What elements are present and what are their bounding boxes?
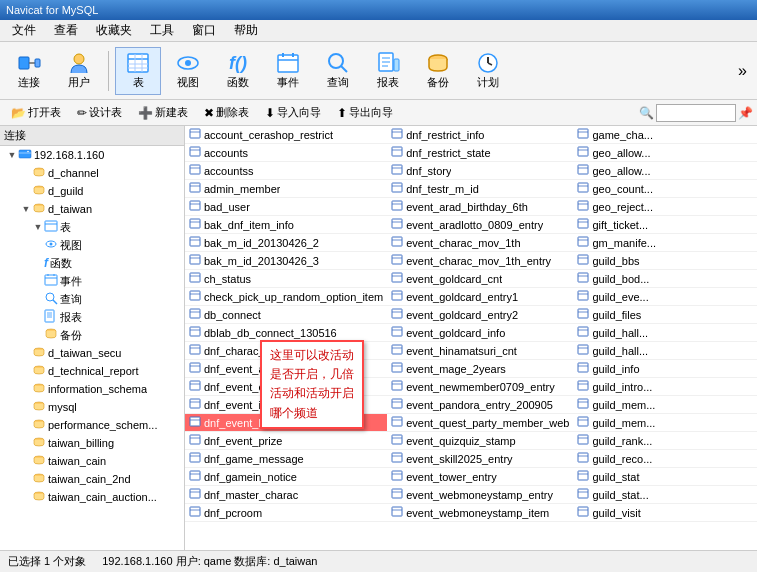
tree-item-d_taiwan_secu[interactable]: d_taiwan_secu xyxy=(0,344,184,362)
toolbar-more-btn[interactable]: » xyxy=(734,58,751,84)
menu-item-查看[interactable]: 查看 xyxy=(46,20,86,41)
table-item[interactable]: event_goldcard_info xyxy=(387,324,573,342)
table-item[interactable]: event_hinamatsuri_cnt xyxy=(387,342,573,360)
table-item[interactable]: guild_bbs xyxy=(573,252,757,270)
search-input[interactable] xyxy=(656,104,736,122)
table-item[interactable]: db_connect xyxy=(185,306,387,324)
tree-item-information_schema[interactable]: information_schema xyxy=(0,380,184,398)
table-item[interactable]: event_quest_party_member_web xyxy=(387,414,573,432)
toolbar-btn-table[interactable]: 表 xyxy=(115,47,161,95)
tree-expand-d_taiwan[interactable]: ▼ xyxy=(20,204,32,214)
tree-item-d_guild[interactable]: d_guild xyxy=(0,182,184,200)
tree-item-taiwan_cain_auction[interactable]: taiwan_cain_auction... xyxy=(0,488,184,506)
table-item[interactable]: bak_m_id_20130426_3 xyxy=(185,252,387,270)
table-item[interactable]: guild_hall... xyxy=(573,324,757,342)
table-item[interactable]: event_goldcard_cnt xyxy=(387,270,573,288)
table-item[interactable]: guild_bod... xyxy=(573,270,757,288)
tree-expand-server[interactable]: ▼ xyxy=(6,150,18,160)
toolbar-btn-function[interactable]: f()函数 xyxy=(215,47,261,95)
menu-item-收藏夹[interactable]: 收藏夹 xyxy=(88,20,140,41)
table-item[interactable]: guild_hall... xyxy=(573,342,757,360)
table-item[interactable]: event_newmember0709_entry xyxy=(387,378,573,396)
toolbar-btn-backup[interactable]: 备份 xyxy=(415,47,461,95)
table-item[interactable]: dnf_pcroom xyxy=(185,504,387,522)
action-btn-new-table[interactable]: ➕新建表 xyxy=(131,103,195,123)
tree-item-taiwan_billing[interactable]: taiwan_billing xyxy=(0,434,184,452)
table-item[interactable]: guild_eve... xyxy=(573,288,757,306)
table-item[interactable]: event_quizquiz_stamp xyxy=(387,432,573,450)
table-item[interactable]: accountss xyxy=(185,162,387,180)
table-item[interactable]: event_goldcard_entry1 xyxy=(387,288,573,306)
table-item[interactable]: event_webmoneystamp_entry xyxy=(387,486,573,504)
table-item[interactable]: guild_visit xyxy=(573,504,757,522)
tree-item-d_taiwan_query[interactable]: 查询 xyxy=(0,290,184,308)
table-item[interactable]: dnf_restrict_state xyxy=(387,144,573,162)
table-item[interactable]: dnf_gamein_notice xyxy=(185,468,387,486)
tree-item-performance_schema[interactable]: performance_schem... xyxy=(0,416,184,434)
tree-item-d_taiwan_func[interactable]: f函数 xyxy=(0,254,184,272)
table-item[interactable]: guild_rank... xyxy=(573,432,757,450)
action-btn-open-table[interactable]: 📂打开表 xyxy=(4,103,68,123)
table-item[interactable]: dnf_event_prize xyxy=(185,432,387,450)
tree-item-d_taiwan[interactable]: ▼d_taiwan xyxy=(0,200,184,218)
menu-item-工具[interactable]: 工具 xyxy=(142,20,182,41)
tree-item-taiwan_cain[interactable]: taiwan_cain xyxy=(0,452,184,470)
tree-item-mysql[interactable]: mysql xyxy=(0,398,184,416)
toolbar-btn-view[interactable]: 视图 xyxy=(165,47,211,95)
table-item[interactable]: gm_manife... xyxy=(573,234,757,252)
table-item[interactable]: bak_dnf_item_info xyxy=(185,216,387,234)
table-item[interactable]: event_skill2025_entry xyxy=(387,450,573,468)
table-item[interactable]: accounts xyxy=(185,144,387,162)
action-btn-delete-table[interactable]: ✖删除表 xyxy=(197,103,256,123)
tree-item-d_taiwan_backup[interactable]: 备份 xyxy=(0,326,184,344)
table-item[interactable]: event_aradlotto_0809_entry xyxy=(387,216,573,234)
table-item[interactable]: guild_info xyxy=(573,360,757,378)
table-item[interactable]: ch_status xyxy=(185,270,387,288)
menu-item-帮助[interactable]: 帮助 xyxy=(226,20,266,41)
table-item[interactable]: admin_member xyxy=(185,180,387,198)
table-item[interactable]: dnf_restrict_info xyxy=(387,126,573,144)
table-item[interactable]: game_cha... xyxy=(573,126,757,144)
table-item[interactable]: bad_user xyxy=(185,198,387,216)
table-item[interactable]: gift_ticket... xyxy=(573,216,757,234)
tree-item-d_taiwan_table[interactable]: ▼表 xyxy=(0,218,184,236)
tree-item-d_taiwan_view[interactable]: 视图 xyxy=(0,236,184,254)
table-item[interactable]: event_mage_2years xyxy=(387,360,573,378)
table-item[interactable]: dnf_game_message xyxy=(185,450,387,468)
table-item[interactable]: guild_files xyxy=(573,306,757,324)
toolbar-btn-report[interactable]: 报表 xyxy=(365,47,411,95)
table-item[interactable]: check_pick_up_random_option_item xyxy=(185,288,387,306)
table-item[interactable]: guild_stat xyxy=(573,468,757,486)
tree-item-d_taiwan_report[interactable]: 报表 xyxy=(0,308,184,326)
toolbar-btn-connect[interactable]: 连接 xyxy=(6,47,52,95)
action-btn-export-wizard[interactable]: ⬆导出向导 xyxy=(330,103,400,123)
table-item[interactable]: event_charac_mov_1th xyxy=(387,234,573,252)
tree-item-taiwan_cain_2nd[interactable]: taiwan_cain_2nd xyxy=(0,470,184,488)
tree-item-d_taiwan_event[interactable]: 事件 xyxy=(0,272,184,290)
table-item[interactable]: geo_allow... xyxy=(573,162,757,180)
table-item[interactable]: guild_reco... xyxy=(573,450,757,468)
toolbar-btn-event[interactable]: 事件 xyxy=(265,47,311,95)
tree-expand-d_taiwan_table[interactable]: ▼ xyxy=(32,222,44,232)
table-item[interactable]: geo_reject... xyxy=(573,198,757,216)
table-item[interactable]: guild_intro... xyxy=(573,378,757,396)
menu-item-窗口[interactable]: 窗口 xyxy=(184,20,224,41)
table-item[interactable]: event_arad_birthday_6th xyxy=(387,198,573,216)
table-item[interactable]: guild_mem... xyxy=(573,414,757,432)
table-item[interactable]: bak_m_id_20130426_2 xyxy=(185,234,387,252)
table-item[interactable]: event_pandora_entry_200905 xyxy=(387,396,573,414)
action-btn-import-wizard[interactable]: ⬇导入向导 xyxy=(258,103,328,123)
table-item[interactable]: dnf_story xyxy=(387,162,573,180)
table-item[interactable]: event_charac_mov_1th_entry xyxy=(387,252,573,270)
table-item[interactable]: dnf_testr_m_id xyxy=(387,180,573,198)
table-item[interactable]: event_tower_entry xyxy=(387,468,573,486)
table-item[interactable]: event_goldcard_entry2 xyxy=(387,306,573,324)
table-item[interactable]: guild_mem... xyxy=(573,396,757,414)
table-item[interactable]: account_cerashop_restrict xyxy=(185,126,387,144)
tree-item-d_channel[interactable]: d_channel xyxy=(0,164,184,182)
table-item[interactable]: geo_allow... xyxy=(573,144,757,162)
tree-item-server[interactable]: ▼192.168.1.160 xyxy=(0,146,184,164)
menu-item-文件[interactable]: 文件 xyxy=(4,20,44,41)
toolbar-btn-query[interactable]: 查询 xyxy=(315,47,361,95)
table-item[interactable]: geo_count... xyxy=(573,180,757,198)
